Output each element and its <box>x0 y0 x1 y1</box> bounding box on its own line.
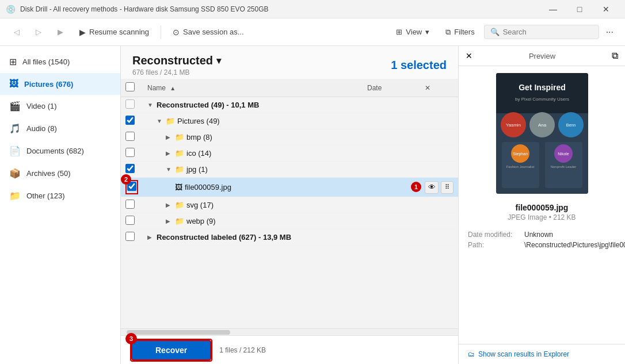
table-row: 2 🖼 file000059.jpg <box>121 178 458 197</box>
forward-button[interactable]: ▷ <box>29 24 48 40</box>
expand-icon[interactable]: ▶ <box>166 134 173 140</box>
search-box: 🔍 <box>484 25 599 39</box>
row-checkbox[interactable] <box>125 216 135 225</box>
preview-header: ✕ Preview ⧉ <box>459 46 625 66</box>
dropdown-icon[interactable]: ▾ <box>216 55 221 66</box>
more-options-button[interactable]: ··· <box>601 24 618 41</box>
row-checkbox[interactable] <box>125 116 135 125</box>
badge-2: 2 <box>121 174 131 185</box>
file-table-container[interactable]: Name ▲ Date ✕ <box>121 79 458 328</box>
close-button[interactable]: ✕ <box>593 0 619 18</box>
row-date-cell <box>363 145 420 162</box>
row-checkbox[interactable] <box>125 200 135 209</box>
main-layout: ⊞ All files (1540) 🖼 Pictures (676) 🎬 Vi… <box>0 46 625 364</box>
col-name: Name ▲ <box>143 79 363 97</box>
expand-icon[interactable]: ▼ <box>166 166 173 173</box>
archives-icon: 📦 <box>9 168 21 179</box>
play-button[interactable]: ▶ <box>51 24 70 40</box>
close-col-icon[interactable]: ✕ <box>425 84 430 92</box>
folder-icon: 📁 <box>175 133 184 141</box>
svg-rect-1 <box>496 73 588 113</box>
copy-preview-button[interactable]: ⧉ <box>612 51 618 61</box>
sidebar-item-all-files[interactable]: ⊞ All files (1540) <box>0 51 120 73</box>
row-date-cell <box>363 97 420 113</box>
svg-text:Nonprofit Leader: Nonprofit Leader <box>550 165 576 168</box>
expand-icon[interactable]: ▶ <box>166 150 173 156</box>
minimize-button[interactable]: — <box>540 0 566 18</box>
sidebar-item-label: All files (1540) <box>22 58 70 66</box>
other-icon: 📁 <box>9 190 21 201</box>
row-checkbox-cell <box>121 97 143 113</box>
row-checkbox[interactable] <box>125 132 135 141</box>
row-name-cell: 🖼 file000059.jpg <box>143 178 363 197</box>
scrollbar-thumb[interactable] <box>127 330 230 335</box>
row-actions-cell <box>420 113 458 129</box>
row-actions-cell <box>420 229 458 246</box>
search-input[interactable] <box>503 28 584 36</box>
window-controls: — □ ✕ <box>540 0 619 18</box>
sidebar-item-archives[interactable]: 📦 Archives (50) <box>0 162 120 185</box>
view-button[interactable]: ⊞ View ▾ <box>389 24 436 40</box>
preview-button[interactable]: 👁 <box>425 181 439 194</box>
maximize-button[interactable]: □ <box>566 0 593 18</box>
row-actions-cell <box>420 197 458 213</box>
horizontal-scrollbar[interactable] <box>121 328 458 335</box>
row-actions-cell <box>420 129 458 145</box>
row-name-cell: ▶ 📁 webp (9) <box>143 213 363 229</box>
app-icon: 💿 <box>6 5 16 14</box>
col-actions: ✕ <box>420 79 458 97</box>
preview-meta-path-label: Path: <box>468 241 520 249</box>
table-row: ▶ 📁 bmp (8) <box>121 129 458 145</box>
forward-icon: ▷ <box>36 28 41 36</box>
bottom-bar: 3 Recover 1 files / 212 KB <box>121 335 458 364</box>
back-icon: ◁ <box>14 28 20 36</box>
table-row: ▶ Reconstructed labeled (627) - 13,9 MB <box>121 229 458 246</box>
preview-filename: file000059.jpg <box>468 203 616 212</box>
row-checkbox[interactable] <box>125 164 135 173</box>
sidebar-item-pictures[interactable]: 🖼 Pictures (676) <box>0 73 120 95</box>
table-row: ▼ 📁 jpg (1) <box>121 162 458 178</box>
back-button[interactable]: ◁ <box>7 24 26 40</box>
expand-icon[interactable]: ▶ <box>166 218 173 224</box>
drag-handle-button[interactable]: ⠿ <box>441 181 453 194</box>
table-row: ▶ 📁 ico (14) <box>121 145 458 162</box>
sidebar-item-other[interactable]: 📁 Other (123) <box>0 185 120 207</box>
row-checkbox[interactable] <box>125 99 135 109</box>
sidebar-item-documents[interactable]: 📄 Documents (682) <box>0 140 120 162</box>
row-checkbox[interactable] <box>125 232 135 241</box>
close-preview-button[interactable]: ✕ <box>466 51 472 60</box>
video-icon: 🎬 <box>9 101 21 112</box>
sidebar-item-video[interactable]: 🎬 Video (1) <box>0 95 120 117</box>
row-label: Reconstructed (49) - 10,1 MB <box>157 101 259 109</box>
content-subtitle: 676 files / 24,1 MB <box>132 68 221 76</box>
toolbar-separator <box>161 25 161 39</box>
selected-badge: 1 selected <box>391 59 447 72</box>
row-date-cell <box>363 129 420 145</box>
row-name-cell: ▶ 📁 ico (14) <box>143 145 363 162</box>
recover-button[interactable]: Recover <box>131 340 211 361</box>
audio-icon: 🎵 <box>9 123 21 134</box>
filter-icon: ⧉ <box>445 28 451 37</box>
select-all-checkbox[interactable] <box>125 82 135 91</box>
content-title: Reconstructed ▾ <box>132 54 221 67</box>
row-checkbox[interactable] <box>125 148 135 157</box>
expand-icon[interactable]: ▶ <box>147 234 154 240</box>
folder-icon: 📁 <box>175 149 184 158</box>
folder-icon: 📁 <box>166 117 175 125</box>
content-area: Reconstructed ▾ 676 files / 24,1 MB 1 se… <box>121 46 458 364</box>
expand-icon[interactable]: ▼ <box>157 118 163 124</box>
preview-meta-path-row: Path: \Reconstructed\Pictures\jpg\file00… <box>468 241 616 249</box>
preview-meta-date-label: Date modified: <box>468 231 520 239</box>
sidebar-item-audio[interactable]: 🎵 Audio (8) <box>0 117 120 140</box>
expand-icon[interactable]: ▶ <box>166 202 173 208</box>
show-scan-results-button[interactable]: 🗂 Show scan results in Explorer <box>468 350 569 358</box>
filters-button[interactable]: ⧉ Filters <box>439 24 481 40</box>
table-header: Name ▲ Date ✕ <box>121 79 458 97</box>
row-date-cell: 1 <box>363 178 420 197</box>
resume-scanning-button[interactable]: ▶ Resume scanning <box>73 24 156 40</box>
expand-icon[interactable]: ▼ <box>147 102 154 108</box>
row-label: file000059.jpg <box>185 183 231 191</box>
preview-meta-date-value: Unknown <box>524 231 553 239</box>
sidebar: ⊞ All files (1540) 🖼 Pictures (676) 🎬 Vi… <box>0 46 121 364</box>
save-session-button[interactable]: ⊙ Save session as... <box>166 24 251 40</box>
